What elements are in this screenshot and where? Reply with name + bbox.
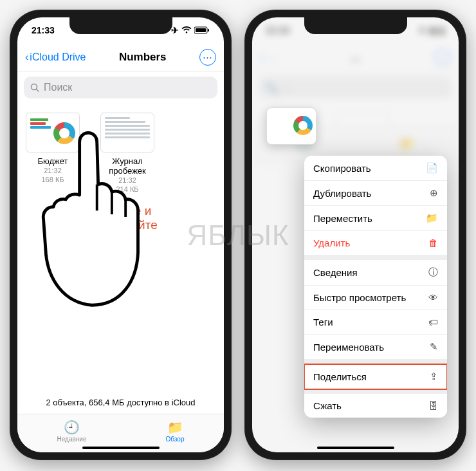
notch (69, 17, 172, 34)
context-preview-thumbnail[interactable] (266, 107, 316, 145)
file-size: 214 КБ (98, 185, 156, 194)
airplane-icon: ✈︎ (171, 25, 179, 35)
menu-item-duplicate[interactable]: Дублировать⊕ (304, 181, 447, 206)
menu-item-copy[interactable]: Скопировать📄 (304, 156, 447, 181)
menu-item-share[interactable]: Поделиться⇪ (304, 364, 447, 389)
status-icons: ✈︎ (171, 25, 210, 35)
search-field[interactable]: Поиск (24, 77, 217, 98)
rename-icon: ✎ (430, 341, 438, 353)
instruction-text: Нажмите и удерживайте (17, 204, 224, 232)
back-button[interactable]: ‹ iCloud Drive (25, 51, 86, 63)
home-indicator[interactable] (317, 447, 394, 449)
tab-browse[interactable]: 📁 Обзор (166, 420, 185, 443)
menu-item-label: Сжать (313, 400, 342, 411)
duplicate-icon: ⊕ (430, 187, 438, 199)
svg-rect-1 (196, 28, 206, 32)
tags-icon: 🏷 (428, 317, 438, 328)
copy-icon: 📄 (426, 162, 438, 174)
svg-rect-2 (208, 29, 209, 32)
folder-icon: 📁 (166, 420, 185, 435)
menu-separator (304, 255, 447, 260)
file-size: 168 КБ (24, 175, 82, 184)
svg-line-4 (37, 89, 39, 91)
quicklook-icon: 👁 (428, 292, 438, 303)
tab-label: Недавние (57, 436, 87, 443)
menu-item-move[interactable]: Переместить📁 (304, 206, 447, 231)
menu-item-info[interactable]: Сведенияⓘ (304, 260, 447, 286)
menu-item-label: Теги (313, 317, 333, 328)
search-icon (30, 83, 40, 93)
storage-status: 2 объекта, 656,4 МБ доступно в iCloud (17, 398, 224, 407)
file-name: Бюджет (24, 156, 82, 166)
home-indicator[interactable] (82, 447, 160, 449)
menu-item-tags[interactable]: Теги🏷 (304, 310, 447, 335)
context-menu: Скопировать📄Дублировать⊕Переместить📁Удал… (304, 156, 447, 418)
nav-bar: ‹ iCloud Drive Numbers ⋯ (17, 43, 224, 71)
menu-item-compress[interactable]: Сжать🗄 (304, 394, 447, 418)
ellipsis-icon: ⋯ (203, 51, 213, 63)
menu-item-label: Скопировать (313, 163, 371, 174)
file-grid: Бюджет 21:32 168 КБ Журнал пробежек 21:3… (17, 104, 224, 203)
wifi-icon (181, 26, 192, 34)
file-time: 21:32 (98, 176, 156, 185)
menu-separator (304, 389, 447, 394)
file-thumbnail (100, 113, 154, 152)
menu-item-label: Дублировать (313, 188, 371, 199)
clock-icon: 🕘 (57, 420, 87, 435)
notch (304, 17, 407, 34)
tab-recent[interactable]: 🕘 Недавние (57, 420, 87, 443)
menu-item-label: Переместить (313, 213, 372, 224)
menu-item-label: Переименовать (313, 342, 384, 353)
move-icon: 📁 (426, 212, 438, 224)
back-label: iCloud Drive (30, 51, 86, 63)
menu-item-label: Поделиться (313, 371, 367, 382)
search-placeholder: Поиск (44, 82, 72, 93)
file-item[interactable]: Журнал пробежек 21:32 214 КБ (98, 113, 156, 194)
page-title: Numbers (119, 51, 167, 64)
menu-item-label: Сведения (313, 267, 358, 278)
file-name: Журнал пробежек (98, 156, 156, 176)
menu-separator (304, 360, 447, 364)
menu-item-rename[interactable]: Переименовать✎ (304, 335, 447, 360)
share-icon: ⇪ (430, 371, 438, 382)
more-button[interactable]: ⋯ (199, 49, 216, 66)
chevron-left-icon: ‹ (25, 51, 28, 63)
info-icon: ⓘ (428, 266, 438, 279)
battery-icon (194, 26, 210, 34)
file-item[interactable]: Бюджет 21:32 168 КБ (24, 113, 82, 194)
compress-icon: 🗄 (428, 400, 438, 411)
phone-right: 21:34 ✈︎ ◉ ▮ ‹ ……⋯ 🔍… 🕘 📁 (244, 10, 466, 460)
tab-label: Обзор (166, 436, 185, 443)
status-time: 21:33 (32, 25, 55, 35)
file-thumbnail (26, 113, 80, 152)
menu-item-label: Удалить (313, 237, 350, 248)
menu-item-quicklook[interactable]: Быстро просмотреть👁 (304, 286, 447, 310)
delete-icon: 🗑 (428, 237, 438, 248)
menu-item-label: Быстро просмотреть (313, 292, 406, 303)
file-time: 21:32 (24, 166, 82, 175)
phone-left: 21:33 ✈︎ ‹ iCloud Drive Numbers (10, 10, 232, 460)
menu-item-delete[interactable]: Удалить🗑 (304, 231, 447, 255)
